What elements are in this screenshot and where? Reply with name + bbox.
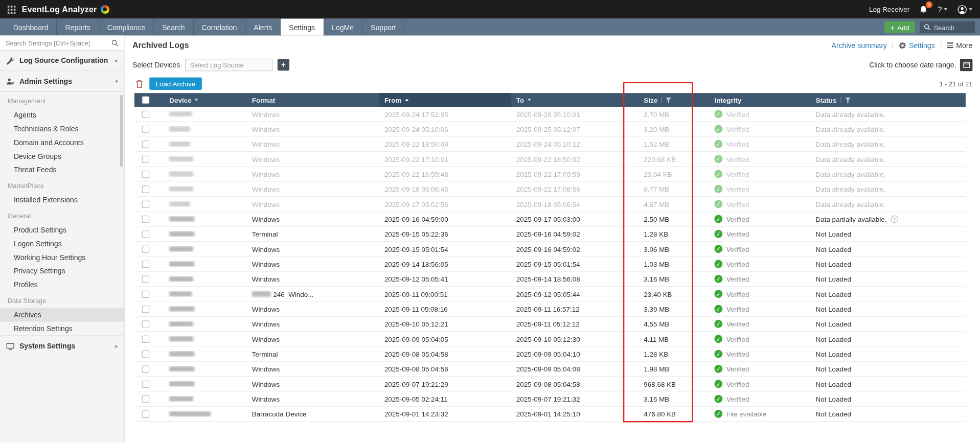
sidebar-item-admin-settings[interactable]: Admin Settings ▾ — [0, 71, 124, 91]
sidebar-item-threat-feeds[interactable]: Threat Feeds — [0, 163, 124, 177]
row-checkbox[interactable] — [142, 290, 150, 298]
verified-check-icon: ✓ — [714, 170, 722, 178]
user-menu[interactable] — [958, 5, 972, 14]
to-cell: 2025-09-07 19:21:32 — [511, 395, 625, 403]
tab-alerts[interactable]: Alerts — [245, 19, 281, 36]
row-checkbox[interactable] — [142, 215, 150, 223]
column-header-from[interactable]: From — [379, 93, 511, 107]
sidebar-item-domain-and-accounts[interactable]: Domain and Accounts — [0, 135, 124, 149]
apps-grid-icon[interactable] — [8, 5, 16, 13]
date-range-picker-button[interactable] — [960, 58, 972, 71]
tab-compliance[interactable]: Compliance — [99, 19, 154, 36]
tab-logme[interactable]: LogMe — [324, 19, 362, 36]
delete-archive-button[interactable] — [135, 79, 143, 88]
device-cell — [157, 411, 247, 416]
notifications-bell-icon[interactable]: 3 — [920, 5, 928, 14]
help-icon[interactable]: ? — [891, 215, 898, 223]
row-checkbox[interactable] — [142, 320, 150, 328]
sidebar-item-logon-settings[interactable]: Logon Settings — [0, 237, 124, 250]
column-header-to[interactable]: To — [511, 93, 625, 107]
row-checkbox[interactable] — [142, 125, 150, 133]
format-cell: Windows — [247, 125, 379, 133]
device-cell — [157, 231, 247, 237]
table-row: Windows2025-09-22 17:10:012025-09-22 18:… — [134, 152, 966, 167]
column-header-size[interactable]: Size — [625, 93, 692, 107]
redacted-device-name — [169, 156, 193, 162]
row-checkbox[interactable] — [142, 260, 150, 268]
sidebar-search[interactable] — [0, 36, 124, 51]
filter-funnel-icon[interactable] — [666, 97, 671, 103]
row-checkbox[interactable] — [142, 155, 150, 163]
tab-search[interactable]: Search — [154, 19, 194, 36]
redacted-device-name — [169, 246, 193, 252]
table-header: Device Format From To Siz — [134, 93, 966, 107]
tab-dashboard[interactable]: Dashboard — [5, 19, 57, 36]
row-checkbox[interactable] — [142, 110, 150, 118]
filter-funnel-icon[interactable] — [845, 97, 850, 103]
row-checkbox[interactable] — [142, 305, 150, 313]
row-checkbox[interactable] — [142, 275, 150, 283]
size-cell: 1.52 MB — [625, 140, 692, 148]
select-all-checkbox[interactable] — [142, 96, 150, 104]
integrity-cell: ✓Verified — [692, 245, 809, 253]
verified-check-icon: ✓ — [714, 260, 722, 268]
sidebar-item-product-settings[interactable]: Product Settings — [0, 223, 124, 237]
sidebar-item-working-hour-settings[interactable]: Working Hour Settings — [0, 250, 124, 264]
format-cell: Windows — [247, 305, 379, 313]
tab-support[interactable]: Support — [362, 19, 404, 36]
format-cell: Windows — [247, 200, 379, 208]
table-row: Windows2025-09-16 04:59:002025-09-17 05:… — [134, 212, 966, 226]
row-checkbox[interactable] — [142, 395, 150, 403]
sidebar-item-retention-settings[interactable]: Retention Settings — [0, 322, 124, 336]
sidebar-item-profiles[interactable]: Profiles — [0, 278, 124, 292]
verified-check-icon: ✓ — [714, 380, 722, 388]
row-checkbox[interactable] — [142, 230, 150, 238]
column-header-status[interactable]: Status — [809, 93, 966, 107]
format-cell: Windows — [247, 110, 379, 118]
monitor-icon — [6, 342, 14, 350]
sidebar-item-log-source-configuration[interactable]: Log Source Configuration ▸ — [0, 51, 124, 71]
global-search[interactable] — [920, 21, 975, 33]
to-cell: 2025-09-22 17:09:59 — [511, 170, 625, 178]
column-header-integrity[interactable]: Integrity — [692, 93, 809, 107]
row-checkbox[interactable] — [142, 140, 150, 148]
add-device-button[interactable]: + — [278, 59, 289, 71]
sidebar-item-archives[interactable]: Archives — [0, 308, 124, 322]
size-cell: 476.80 KB — [625, 410, 692, 418]
column-header-format[interactable]: Format — [247, 93, 379, 107]
tab-settings[interactable]: Settings — [281, 19, 324, 36]
log-receiver-label[interactable]: Log Receiver — [869, 6, 909, 13]
global-search-input[interactable] — [934, 24, 970, 31]
load-archive-button[interactable]: Load Archive — [149, 78, 201, 90]
row-checkbox[interactable] — [142, 365, 150, 373]
help-menu[interactable]: ? — [938, 5, 947, 14]
row-checkbox[interactable] — [142, 335, 150, 343]
row-checkbox[interactable] — [142, 410, 150, 418]
table-row: 246_Windo...2025-09-11 09:00:512025-09-1… — [134, 287, 966, 301]
row-checkbox[interactable] — [142, 200, 150, 208]
sidebar-item-installed-extensions[interactable]: Installed Extensions — [0, 193, 124, 207]
row-checkbox[interactable] — [142, 185, 150, 193]
tab-reports[interactable]: Reports — [57, 19, 99, 36]
more-menu[interactable]: More — [947, 41, 972, 49]
tab-correlation[interactable]: Correlation — [194, 19, 246, 36]
size-cell: 4.11 MB — [625, 335, 692, 343]
sidebar-item-system-settings[interactable]: System Settings ▸ — [0, 336, 124, 356]
row-checkbox[interactable] — [142, 350, 150, 358]
integrity-cell: ✓Verified — [692, 215, 809, 223]
archive-settings-link[interactable]: Settings — [899, 41, 935, 49]
sidebar-scrollbar[interactable] — [120, 95, 123, 167]
sidebar-item-privacy-settings[interactable]: Privacy Settings — [0, 264, 124, 278]
sidebar-item-device-groups[interactable]: Device Groups — [0, 149, 124, 163]
sidebar-search-input[interactable] — [6, 39, 107, 46]
column-header-device[interactable]: Device — [157, 93, 247, 107]
add-button[interactable]: + Add — [884, 21, 915, 33]
redacted-device-name — [169, 396, 193, 402]
sidebar-item-agents[interactable]: Agents — [0, 108, 124, 122]
row-checkbox[interactable] — [142, 380, 150, 388]
select-log-source-input[interactable]: Select Log Source — [185, 58, 272, 71]
sidebar-item-technicians-roles[interactable]: Technicians & Roles — [0, 122, 124, 135]
archive-summary-link[interactable]: Archive summary — [832, 41, 887, 49]
row-checkbox[interactable] — [142, 245, 150, 253]
row-checkbox[interactable] — [142, 170, 150, 178]
